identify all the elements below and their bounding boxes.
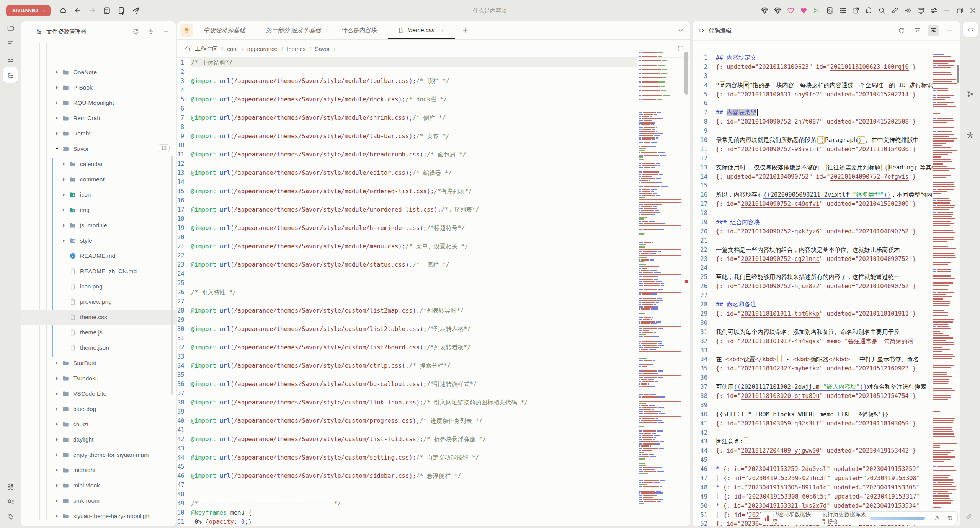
tree-item-pink-room[interactable]: pink-room bbox=[21, 493, 176, 508]
tree-item-siyuan-theme-hazy-moonlight[interactable]: siyuan-theme-hazy-moonlight bbox=[21, 508, 176, 524]
image-doc-icon[interactable] bbox=[826, 7, 834, 15]
heart-outline-icon[interactable] bbox=[787, 7, 795, 15]
tree-item-mini-vlook[interactable]: mini-vlook bbox=[21, 478, 176, 493]
chevron-right-icon[interactable] bbox=[62, 223, 66, 228]
chevron-right-icon[interactable] bbox=[55, 514, 59, 518]
close-icon[interactable] bbox=[969, 7, 977, 15]
tree-item-icon.png[interactable]: icon.png bbox=[21, 279, 176, 294]
tab-第一部分 经济学基础[interactable]: 第一部分 经济学基础 bbox=[256, 21, 332, 39]
chevron-right-icon[interactable] bbox=[55, 437, 59, 442]
arrow-right-icon[interactable] bbox=[88, 7, 96, 15]
sliders-icon[interactable] bbox=[930, 7, 938, 15]
calculator-icon[interactable] bbox=[103, 7, 111, 15]
heart-filled-icon[interactable] bbox=[800, 7, 808, 15]
tab-theme.css[interactable]: theme.css bbox=[387, 21, 456, 39]
breadcrumb-part-appearance[interactable]: appearance bbox=[247, 46, 278, 52]
search-icon[interactable] bbox=[878, 7, 886, 15]
chevron-right-icon[interactable] bbox=[55, 407, 59, 411]
flow-icon[interactable] bbox=[966, 90, 974, 98]
tree-item-js_module[interactable]: js_module bbox=[21, 218, 176, 233]
css-code-editor[interactable]: 1/* 主体结构*/23@import url(/appearance/them… bbox=[177, 57, 637, 526]
tree-item-theme.json[interactable]: theme.json bbox=[21, 340, 176, 355]
code-icon[interactable] bbox=[967, 26, 975, 34]
close-icon[interactable] bbox=[440, 28, 445, 33]
tree-item-siyuan-themes-vscodelite[interactable]: siyuan-themes-vscodelite bbox=[21, 524, 176, 526]
help-icon[interactable] bbox=[934, 514, 940, 522]
tablet-bolt-icon[interactable] bbox=[117, 7, 126, 15]
chevron-right-icon[interactable] bbox=[55, 468, 59, 473]
tree-item-RQU-Moonlight[interactable]: RQU-Moonlight bbox=[21, 95, 176, 111]
chevron-right-icon[interactable] bbox=[55, 453, 59, 457]
sun-icon[interactable] bbox=[904, 7, 912, 15]
tree-item-README.md[interactable]: README.md bbox=[21, 248, 176, 264]
menu-lines-icon[interactable] bbox=[7, 39, 15, 47]
tree-item-StarDust[interactable]: StarDust bbox=[21, 355, 176, 371]
diamond-icon[interactable] bbox=[774, 7, 782, 15]
dot-chart-icon[interactable] bbox=[813, 7, 821, 15]
chevron-right-icon[interactable] bbox=[55, 85, 59, 90]
file-tree[interactable]: OneNoteP-BookRQU-MoonlightRem CraftRemix… bbox=[21, 43, 176, 526]
chevron-right-icon[interactable] bbox=[55, 131, 59, 136]
refresh-icon[interactable] bbox=[132, 28, 139, 35]
tree-item-P-Book[interactable]: P-Book bbox=[21, 80, 176, 95]
tree-item-icon[interactable]: icon bbox=[21, 187, 176, 202]
external-link-icon[interactable] bbox=[852, 7, 860, 15]
chevron-right-icon[interactable] bbox=[62, 162, 66, 166]
chevron-right-icon[interactable] bbox=[55, 483, 59, 488]
tab-overflow-icon[interactable] bbox=[677, 27, 684, 34]
chevron-right-icon[interactable] bbox=[55, 361, 59, 365]
minimap[interactable] bbox=[933, 54, 957, 511]
code-box-icon[interactable] bbox=[911, 25, 923, 36]
list-icon[interactable] bbox=[839, 7, 847, 15]
tag-icon[interactable] bbox=[7, 513, 15, 521]
chevron-right-icon[interactable] bbox=[62, 177, 66, 182]
editor-scrollbar[interactable] bbox=[684, 52, 688, 95]
collapse-all-icon[interactable] bbox=[147, 28, 154, 35]
tree-item-Remix[interactable]: Remix bbox=[21, 126, 176, 141]
chevron-right-icon[interactable] bbox=[55, 147, 59, 151]
breadcrumb-root[interactable]: 工作空间 bbox=[195, 45, 218, 52]
chevron-right-icon[interactable] bbox=[55, 391, 59, 396]
tree-item-midnight[interactable]: midnight bbox=[21, 463, 176, 478]
link-icon[interactable] bbox=[965, 513, 973, 520]
notification-bell[interactable] bbox=[180, 24, 193, 37]
folder-icon[interactable] bbox=[7, 24, 15, 32]
tree-item-Rem Craft[interactable]: Rem Craft bbox=[21, 111, 176, 126]
tree-item-comment[interactable]: comment bbox=[21, 172, 176, 187]
tree-item-README_zh_CN.md[interactable]: README_zh_CN.md bbox=[21, 264, 176, 279]
ghost-icon[interactable] bbox=[865, 7, 873, 15]
tab-中级经济师基础[interactable]: 中级经济师基础 bbox=[193, 21, 256, 39]
chevron-right-icon[interactable] bbox=[55, 70, 59, 75]
cloud-icon[interactable] bbox=[59, 7, 67, 15]
chevron-right-icon[interactable] bbox=[55, 499, 59, 503]
inbox-icon[interactable] bbox=[7, 55, 15, 63]
chevron-right-icon[interactable] bbox=[55, 422, 59, 427]
dock-item-code[interactable] bbox=[963, 22, 978, 37]
tree-item-preview.png[interactable]: preview.png bbox=[21, 294, 176, 310]
restore-icon[interactable] bbox=[956, 7, 964, 15]
minimize-panel-icon[interactable] bbox=[163, 28, 170, 35]
tree-item-calendar[interactable]: calendar bbox=[21, 156, 176, 172]
tree-item-VSCode Lite[interactable]: VSCode Lite bbox=[21, 386, 176, 401]
tree-item-blue-dog[interactable]: blue-dog bbox=[21, 401, 176, 417]
tree-icon[interactable] bbox=[7, 71, 15, 79]
refresh-icon[interactable] bbox=[895, 25, 907, 36]
minimize-icon[interactable] bbox=[943, 7, 951, 15]
minimap[interactable] bbox=[639, 52, 684, 524]
tree-item-chuizi[interactable]: chuizi bbox=[21, 417, 176, 432]
tree-item-enjoy-theme-for-siyuan-main[interactable]: enjoy-theme-for-siyuan-main bbox=[21, 447, 176, 463]
tree-item-Tsundoku[interactable]: Tsundoku bbox=[21, 371, 176, 386]
keyboard-icon[interactable] bbox=[917, 7, 925, 15]
tree-item-OneNote[interactable]: OneNote bbox=[21, 65, 176, 80]
workspace-button[interactable]: SIYUANBJ bbox=[6, 5, 51, 16]
new-tab-button[interactable] bbox=[462, 27, 469, 34]
panel-scrollbar[interactable] bbox=[957, 65, 959, 83]
chevron-right-icon[interactable] bbox=[55, 101, 59, 105]
arrow-left-icon[interactable] bbox=[74, 7, 82, 15]
sidebar-scrollbar[interactable] bbox=[171, 156, 173, 395]
chevron-right-icon[interactable] bbox=[62, 208, 66, 212]
chevron-right-icon[interactable] bbox=[55, 116, 59, 121]
paper-plane-icon[interactable] bbox=[132, 7, 140, 15]
breadcrumb-part-themes[interactable]: themes bbox=[287, 46, 305, 52]
grid-icon[interactable] bbox=[7, 483, 15, 491]
